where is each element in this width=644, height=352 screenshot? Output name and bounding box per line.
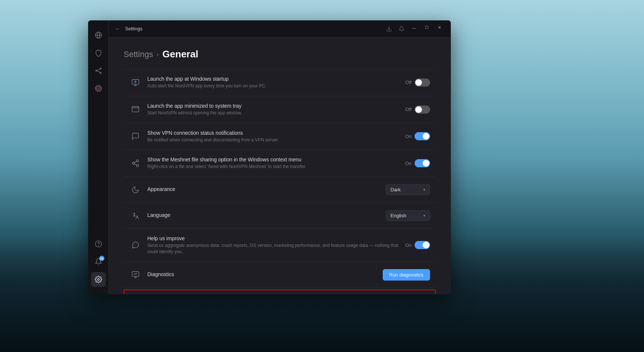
language-dropdown-arrow: ▾ [423,214,425,218]
minimized-text: Launch the app minimized to system tray … [147,103,399,116]
minimized-toggle[interactable] [415,105,430,114]
setting-row-language: Language English ▾ [124,203,436,229]
sidebar-item-shield[interactable] [91,46,106,60]
appearance-title: Appearance [147,186,380,192]
language-control: English ▾ [386,210,430,221]
diagnostics-icon [130,269,141,281]
language-dropdown[interactable]: English ▾ [386,210,430,221]
appearance-dropdown-value: Dark [390,187,400,192]
sidebar-item-meshnet[interactable] [91,63,106,78]
appearance-dropdown[interactable]: Dark ▾ [386,184,430,195]
breadcrumb-arrow: › [157,51,159,58]
setting-row-startup: Launch the app at Windows startup Auto-s… [124,69,436,96]
notifications-desc: Be notified when connecting and disconne… [147,137,399,143]
appearance-icon [130,184,141,196]
page-content: Settings › General [109,37,451,294]
svg-point-13 [97,279,99,281]
language-text: Language [147,212,380,219]
notifications-toggle-label: On [405,134,412,139]
svg-point-3 [95,70,97,71]
app-window: 10 ← Settings [88,20,451,294]
notifications-badge: 10 [99,256,104,261]
sidebar-item-help[interactable] [91,237,106,251]
minimized-title: Launch the app minimized to system tray [147,103,399,109]
setting-row-notifications: Show VPN connection status notifications… [124,123,436,150]
improve-desc: Send us aggregate anonymous data: crash … [147,242,399,255]
notifications-text: Show VPN connection status notifications… [147,130,399,143]
bell-action-icon[interactable] [396,23,407,34]
setting-row-diagnostics: Diagnostics Run diagnostics [124,262,436,288]
improve-icon [130,239,141,251]
startup-icon [130,77,141,88]
meshnet-toggle-label: On [405,161,412,166]
meshnet-title: Show the Meshnet file sharing option in … [147,157,399,162]
minimized-desc: Start NordVPN without opening the app wi… [147,110,399,116]
setting-row-meshnet: Show the Meshnet file sharing option in … [124,150,436,177]
startup-toggle[interactable] [415,78,430,87]
minimize-button[interactable]: — [409,23,420,32]
svg-line-22 [134,161,137,163]
improve-title: Help us improve [147,235,399,241]
meshnet-desc: Right-click on a file and select 'Send w… [147,164,399,170]
diagnostics-text: Diagnostics [147,271,377,278]
close-button[interactable]: ✕ [434,23,445,32]
improve-toggle[interactable] [415,241,430,249]
startup-text: Launch the app at Windows startup Auto-s… [147,76,399,89]
run-diagnostics-button[interactable]: Run diagnostics [383,269,430,281]
breadcrumb: Settings › General [124,48,436,60]
language-dropdown-value: English [390,213,406,218]
minimized-icon [130,104,141,115]
back-button[interactable]: ← [115,26,121,32]
breadcrumb-current: General [162,48,198,60]
language-title: Language [147,212,380,218]
startup-toggle-label: Off [405,80,412,85]
svg-line-6 [97,69,100,71]
sidebar-item-globe[interactable] [91,28,106,43]
minimized-toggle-label: Off [405,107,412,112]
svg-point-19 [133,162,135,165]
meshnet-text: Show the Meshnet file sharing option in … [147,157,399,170]
improve-control: On [405,241,430,249]
appearance-dropdown-arrow: ▾ [423,188,425,192]
svg-point-4 [100,68,101,69]
sidebar-item-settings[interactable] [91,272,106,287]
main-content: ← Settings — ☐ ✕ [109,20,451,294]
sidebar-item-target[interactable] [91,81,106,96]
startup-desc: Auto-start the NordVPN app every time yo… [147,83,399,89]
setting-row-minimized: Launch the app minimized to system tray … [124,96,436,123]
svg-point-18 [137,160,139,162]
sidebar: 10 [88,20,109,294]
svg-point-12 [98,245,98,246]
appearance-text: Appearance [147,186,380,193]
notifications-row-icon [130,130,141,142]
window-controls: — ☐ ✕ [383,23,445,34]
diagnostics-control: Run diagnostics [383,269,430,281]
maximize-button[interactable]: ☐ [421,23,432,32]
svg-line-7 [97,71,100,73]
setting-row-appearance: Appearance Dark ▾ [124,177,436,203]
breadcrumb-parent: Settings [124,50,153,59]
setting-row-background: Allow background processes They are requ… [124,289,436,294]
download-action-icon[interactable] [383,23,395,34]
appearance-control: Dark ▾ [386,184,430,195]
notifications-toggle[interactable] [415,132,430,140]
meshnet-control: On [405,159,430,167]
svg-rect-16 [132,106,139,112]
diagnostics-title: Diagnostics [147,271,377,277]
meshnet-toggle[interactable] [415,159,430,167]
improve-toggle-label: On [405,242,412,248]
startup-title: Launch the app at Windows startup [147,76,399,82]
improve-text: Help us improve Send us aggregate anonym… [147,235,399,255]
notifications-title: Show VPN connection status notifications [147,130,399,136]
startup-control: Off [405,78,430,87]
svg-point-11 [95,241,101,247]
sidebar-item-notifications[interactable]: 10 [91,254,106,269]
meshnet-row-icon [130,157,141,169]
svg-point-5 [100,72,101,73]
page-header: Settings › General [124,48,436,60]
notifications-control: On [405,132,430,140]
svg-point-20 [137,165,139,167]
svg-line-21 [134,164,137,165]
title-bar: ← Settings — ☐ ✕ [109,20,451,37]
language-icon [130,210,141,222]
